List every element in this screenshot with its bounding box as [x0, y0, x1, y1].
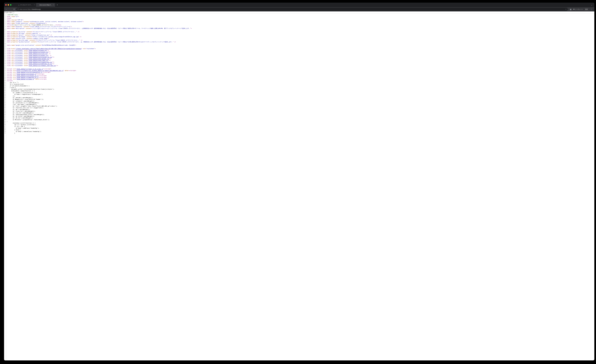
tab-favicon-icon: △: [18, 4, 20, 6]
forward-button[interactable]: →: [8, 8, 12, 11]
tab-close-icon[interactable]: ×: [34, 4, 35, 6]
source-code: <!DOCTYPE html><html lang="ja"><head><me…: [6, 14, 172, 98]
tab-close-icon[interactable]: ×: [53, 4, 54, 6]
address-text: view-source:https://cloudcircus.jp: [20, 8, 41, 10]
source-view[interactable]: 1234567891011121314151617181920212223242…: [4, 14, 172, 98]
content-area: 行を折り返す 123456789101112131415161718192021…: [4, 11, 172, 98]
titlebar: △デジタルマーケティングツール「C×view-source:https://cl…: [4, 3, 172, 7]
tab-title: view-source:https://cloudcircu: [39, 4, 52, 6]
line-wrap-control: 行を折り返す: [4, 11, 172, 14]
line-wrap-checkbox[interactable]: [13, 12, 14, 13]
tab-0[interactable]: △デジタルマーケティングツール「C×: [17, 3, 36, 7]
minimize-window-button[interactable]: [8, 4, 9, 6]
tab-1[interactable]: view-source:https://cloudcircu×: [36, 3, 55, 7]
toolbar: ← → ⟳ ⓘ view-source:https://cloudcircus.…: [4, 7, 172, 11]
close-window-button[interactable]: [5, 4, 7, 6]
tab-favicon-icon: [37, 4, 39, 6]
back-button[interactable]: ←: [5, 8, 8, 11]
traffic-lights: [5, 4, 11, 6]
line-wrap-label: 行を折り返す: [4, 12, 12, 13]
tab-title: デジタルマーケティングツール「C: [20, 4, 33, 6]
maximize-window-button[interactable]: [10, 4, 11, 6]
browser-window: △デジタルマーケティングツール「C×view-source:https://cl…: [4, 3, 172, 98]
line-number-gutter: 1234567891011121314151617181920212223242…: [4, 14, 6, 98]
tab-strip: △デジタルマーケティングツール「C×view-source:https://cl…: [17, 3, 55, 7]
reload-button[interactable]: ⟳: [12, 8, 16, 11]
site-info-icon[interactable]: ⓘ: [17, 8, 19, 10]
address-bar[interactable]: ⓘ view-source:https://cloudcircus.jp ☆: [16, 8, 172, 11]
new-tab-button[interactable]: +: [56, 4, 59, 6]
